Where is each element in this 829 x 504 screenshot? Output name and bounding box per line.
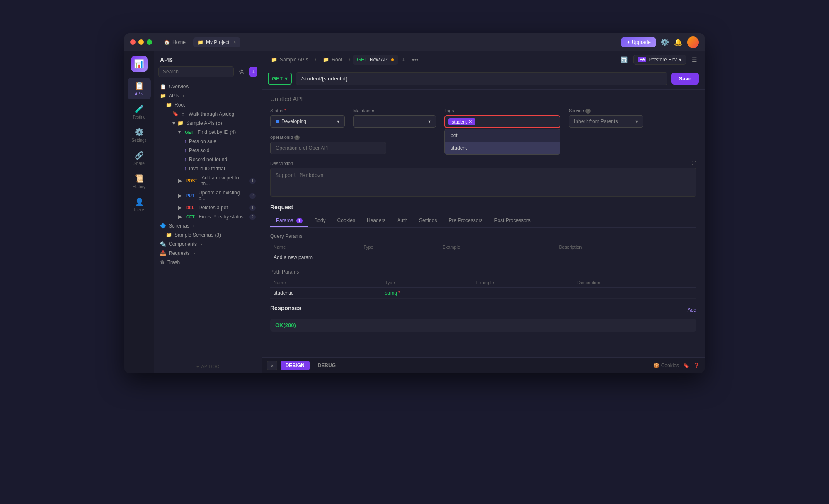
bookmark-bottom-icon[interactable]: 🔖 [683, 363, 689, 368]
tree-item-root[interactable]: 📁 Root [154, 100, 262, 109]
tab-post-processors[interactable]: Post Processors [488, 215, 536, 227]
sidebar-item-testing[interactable]: 🧪 Testing [128, 101, 151, 123]
tree-item-get-find-pet[interactable]: ▾ GET Find pet by ID (4) [154, 128, 262, 137]
sidebar-item-apis[interactable]: 📋 APIs [128, 78, 151, 99]
method-selector[interactable]: GET ▾ [268, 73, 292, 85]
icon-sidebar: 📊 📋 APIs 🧪 Testing ⚙️ Settings 🔗 Share 📜… [124, 51, 154, 373]
tab-params[interactable]: Params 1 [270, 215, 308, 227]
method-get-badge2: GET [184, 214, 196, 220]
tree-item-requests[interactable]: 📥 Requests • [154, 249, 262, 258]
sidebar-item-invite[interactable]: 👤 Invite [128, 194, 151, 216]
tree-item-apis[interactable]: 📁 APIs • [154, 91, 262, 100]
design-tab-button[interactable]: DESIGN [281, 361, 310, 370]
unsaved-dot [391, 58, 394, 61]
cookies-button[interactable]: 🍪 Cookies [653, 363, 679, 368]
menu-icon[interactable]: ☰ [689, 55, 700, 65]
tag-input[interactable] [478, 119, 540, 125]
tags-input-container[interactable]: student ✕ pet student [444, 115, 560, 128]
tab-cookies[interactable]: Cookies [332, 215, 361, 227]
minimize-button[interactable] [138, 39, 144, 45]
tree-item-components[interactable]: 🔩 Components • [154, 240, 262, 249]
tree-container: 📋 Overview 📁 APIs • 📁 Root 🔖 ⚙ [154, 80, 262, 360]
tree-item-del-pet[interactable]: ▶ DEL Deletes a pet 1 [154, 203, 262, 212]
tree-item-overview[interactable]: 📋 Overview [154, 82, 262, 91]
maximize-button[interactable] [147, 39, 152, 45]
add-query-param-row[interactable]: Add a new param [270, 252, 696, 263]
operation-id-input[interactable] [270, 142, 386, 154]
dropdown-item-student[interactable]: student [445, 142, 560, 154]
avatar[interactable] [687, 36, 699, 48]
tab-sample-apis[interactable]: 📁 Sample APIs [267, 55, 313, 65]
tab-new-api[interactable]: GET New API [353, 55, 398, 65]
service-select[interactable]: Inherit from Parents ▾ [569, 115, 643, 128]
sync-icon[interactable]: 🔄 [618, 55, 630, 65]
status-select[interactable]: Developing ▾ [270, 115, 345, 128]
tree-item-walkthrough[interactable]: 🔖 ⚙ Walk through Apidog [154, 109, 262, 119]
history-icon: 📜 [135, 174, 144, 183]
tree-item-pets-on-sale[interactable]: ↑ Pets on sale [154, 137, 262, 146]
folder-icon: 📁 [166, 102, 172, 108]
col-name: Name [270, 242, 360, 252]
tab-pre-processors[interactable]: Pre Processors [443, 215, 488, 227]
collapse-button[interactable]: « [267, 361, 277, 370]
tree-item-pets-sold[interactable]: ↑ Pets sold [154, 146, 262, 155]
tab-root[interactable]: 📁 Root [319, 55, 346, 65]
description-textarea[interactable] [270, 168, 696, 197]
tree-item-get-finds-pets[interactable]: ▶ GET Finds Pets by status 2 [154, 212, 262, 221]
tree-item-post-add-pet[interactable]: ▶ POST Add a new pet to th... 1 [154, 173, 262, 188]
url-input[interactable] [296, 72, 667, 85]
tab-headers[interactable]: Headers [361, 215, 391, 227]
tab-settings[interactable]: Settings [413, 215, 443, 227]
debug-tab-button[interactable]: DEBUG [313, 361, 341, 370]
expand-icon[interactable]: ⛶ [692, 161, 696, 166]
notifications-icon[interactable]: 🔔 [674, 38, 682, 46]
response-ok-row[interactable]: OK(200) [270, 319, 696, 332]
tree-item-schemas[interactable]: 🔷 Schemas • [154, 221, 262, 230]
add-tab-button[interactable]: + [400, 55, 408, 65]
search-input[interactable] [158, 66, 234, 77]
filter-button[interactable]: ⚗ [236, 67, 247, 77]
request-title: Request [270, 204, 696, 211]
tree-item-trash[interactable]: 🗑 Trash [154, 258, 262, 267]
more-tabs-button[interactable]: ••• [410, 55, 421, 65]
tree-item-sample-schemas[interactable]: 📁 Sample Schemas (3) [154, 230, 262, 240]
share-icon: 🔗 [135, 151, 144, 160]
tab-auth[interactable]: Auth [391, 215, 413, 227]
tab-body[interactable]: Body [308, 215, 331, 227]
tab-home[interactable]: 🏠 Home [160, 37, 190, 47]
tab-method-badge: GET [357, 57, 367, 63]
sidebar-item-history[interactable]: 📜 History [128, 171, 151, 192]
api-title-input[interactable] [270, 95, 395, 102]
dropdown-item-pet[interactable]: pet [445, 129, 560, 142]
sidebar-item-share[interactable]: 🔗 Share [128, 148, 151, 169]
tree-item-invalid-id[interactable]: ↑ Invalid ID format [154, 164, 262, 173]
maintainer-select[interactable]: ▾ [353, 115, 436, 128]
folder-open-icon: 📁 [177, 120, 184, 126]
api-form-row-1: Status * Developing ▾ Maintainer ▾ [270, 108, 696, 128]
request-tabs: Params 1 Body Cookies Headers Auth Setti… [270, 215, 696, 228]
upgrade-button[interactable]: ✦ Upgrade [621, 37, 656, 47]
tree-item-put-update[interactable]: ▶ PUT Update an existing p... 2 [154, 188, 262, 203]
close-button[interactable] [130, 39, 136, 45]
tags-group: Tags student ✕ pet student [444, 108, 560, 128]
method-post-badge: POST [184, 178, 199, 184]
responses-section: Responses + Add OK(200) [270, 305, 696, 332]
tree-item-record-not-found[interactable]: ↑ Record not found [154, 155, 262, 164]
tab-close-icon[interactable]: ✕ [233, 40, 236, 44]
response-code: OK(200) [275, 322, 296, 328]
tab-project[interactable]: 📁 My Project ✕ [193, 37, 240, 47]
add-response-button[interactable]: + Add [684, 307, 696, 313]
app-logo[interactable]: 📊 [131, 56, 148, 72]
settings-icon[interactable]: ⚙️ [661, 38, 669, 46]
col-description: Description [555, 242, 696, 252]
col-type: Type [360, 242, 439, 252]
tree-item-sample-apis[interactable]: ▾ 📁 Sample APIs (5) [154, 119, 262, 128]
tag-student-chip[interactable]: student ✕ [448, 118, 475, 125]
env-selector[interactable]: Pe Petstore Env ▾ [633, 55, 686, 65]
add-api-button[interactable]: + [249, 67, 257, 77]
help-bottom-icon[interactable]: ❓ [693, 363, 700, 368]
bottom-bar: « DESIGN DEBUG 🍪 Cookies 🔖 ❓ [262, 357, 705, 373]
save-button[interactable]: Save [671, 73, 699, 85]
tag-remove-icon[interactable]: ✕ [468, 119, 472, 124]
sidebar-item-settings[interactable]: ⚙️ Settings [128, 124, 151, 146]
